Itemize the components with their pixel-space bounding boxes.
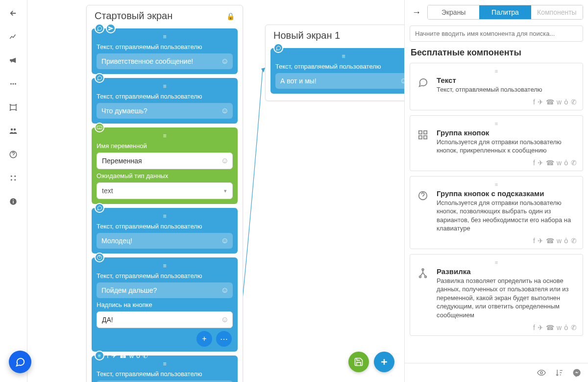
- help-badge-icon: [95, 253, 104, 262]
- svg-point-8: [14, 176, 16, 177]
- section-title: Бесплатные компоненты: [405, 48, 588, 63]
- chat-badge-icon: [95, 24, 104, 33]
- telegram-icon: ✈: [538, 237, 543, 245]
- svg-point-22: [425, 276, 427, 278]
- facebook-icon: f: [533, 159, 535, 167]
- drag-handle-icon[interactable]: ≡: [97, 261, 233, 272]
- drag-handle-icon[interactable]: ≡: [275, 52, 404, 63]
- lock-icon[interactable]: 🔒: [226, 12, 235, 20]
- drag-handle-icon[interactable]: ≡: [416, 181, 577, 187]
- panel-bottom-bar: [405, 363, 588, 382]
- palette-component[interactable]: ≡Группа кнопокИспользуется для отправки …: [410, 115, 583, 171]
- info-icon[interactable]: [9, 197, 19, 207]
- tab-components[interactable]: Компоненты: [531, 5, 583, 19]
- collapse-panel-icon[interactable]: →: [410, 5, 423, 19]
- vk-icon: w: [557, 237, 562, 245]
- social-icons: f✈☎wȯ✆: [416, 237, 577, 245]
- drag-handle-icon[interactable]: ≡: [416, 68, 577, 74]
- drag-handle-icon[interactable]: ≡: [97, 359, 233, 370]
- frame-icon[interactable]: [9, 103, 19, 113]
- drag-handle-icon[interactable]: ≡: [97, 212, 233, 223]
- screen-title: Стартовый экран: [95, 10, 172, 22]
- text-input[interactable]: [97, 233, 233, 249]
- component-block[interactable]: ≡Текст, отправляемый пользователю☺: [92, 208, 238, 254]
- button-label-input[interactable]: [97, 311, 233, 328]
- canvas-area[interactable]: Стартовый экран🔒≡Текст, отправляемый пол…: [27, 0, 404, 382]
- add-fab[interactable]: [374, 352, 394, 372]
- component-block[interactable]: ≡Текст, отправляемый пользователю☺: [92, 28, 238, 74]
- emoji-icon[interactable]: ☺: [221, 286, 229, 295]
- settings-icon[interactable]: [9, 174, 19, 183]
- svg-rect-3: [10, 105, 16, 110]
- screen-title: Новый экран 1: [273, 30, 340, 41]
- component-block[interactable]: ≡Текст, отправляемый пользователю☺: [270, 48, 404, 94]
- svg-point-10: [14, 179, 16, 180]
- component-search-input[interactable]: [410, 25, 583, 42]
- more-fab[interactable]: ⋯: [216, 331, 232, 347]
- text-input[interactable]: [97, 103, 233, 119]
- drag-handle-icon[interactable]: ≡: [416, 259, 577, 265]
- emoji-icon[interactable]: ☺: [400, 76, 404, 85]
- telegram-icon: ✈: [538, 98, 543, 106]
- screen-card[interactable]: Новый экран 1🔒≡Текст, отправляемый польз…: [265, 25, 404, 101]
- megaphone-icon[interactable]: [9, 56, 19, 66]
- component-title: Группа кнопок: [437, 128, 577, 137]
- social-icons: f✈☎wȯ✆: [416, 159, 577, 167]
- component-block[interactable]: ≡f✈☎wȯ✆≡Текст, отправляемый пользователю…: [92, 356, 238, 382]
- tab-screens[interactable]: Экраны: [428, 5, 479, 19]
- text-input[interactable]: [97, 282, 233, 298]
- palette-component[interactable]: ≡РазвилкаРазвилка позволяет определить н…: [410, 254, 583, 336]
- screen-card[interactable]: Стартовый экран🔒≡Текст, отправляемый пол…: [86, 5, 243, 382]
- drag-handle-icon[interactable]: ≡: [97, 131, 233, 142]
- palette-component[interactable]: ≡Группа кнопок с подсказкамиИспользуется…: [410, 176, 583, 249]
- emoji-icon[interactable]: ☺: [221, 57, 229, 66]
- add-button-fab[interactable]: +: [196, 331, 212, 347]
- component-block[interactable]: ≡Текст, отправляемый пользователю☺Надпис…: [92, 257, 238, 352]
- sort-icon[interactable]: [555, 368, 564, 377]
- svg-rect-17: [419, 135, 422, 138]
- back-icon[interactable]: [9, 9, 19, 19]
- users-icon[interactable]: [9, 127, 19, 136]
- comments-icon[interactable]: [9, 79, 19, 89]
- emoji-icon[interactable]: ☺: [221, 106, 229, 115]
- eye-icon[interactable]: [537, 368, 546, 377]
- palette-component[interactable]: ≡ТекстТекст, отправляемый пользователюf✈…: [410, 63, 583, 110]
- svg-point-1: [12, 83, 14, 85]
- svg-point-7: [10, 176, 12, 177]
- chat-icon: [416, 77, 430, 88]
- component-block[interactable]: ≡Текст, отправляемый пользователю☺: [92, 78, 238, 124]
- help-icon[interactable]: [9, 150, 19, 160]
- menu-icon: ≡: [95, 351, 104, 360]
- ok-icon: ȯ: [564, 324, 568, 331]
- drag-handle-icon[interactable]: ≡: [97, 82, 233, 93]
- messenger-icon[interactable]: [572, 368, 581, 377]
- svg-point-2: [15, 83, 16, 85]
- keyboard-badge-icon: [95, 123, 104, 132]
- ok-icon: ȯ: [564, 98, 568, 106]
- text-input[interactable]: [97, 53, 233, 69]
- save-fab[interactable]: [348, 352, 369, 372]
- drag-handle-icon[interactable]: ≡: [97, 32, 233, 43]
- data-type-select[interactable]: text: [97, 182, 233, 199]
- drag-handle-icon[interactable]: ≡: [416, 121, 577, 127]
- whatsapp-icon: ✆: [571, 98, 577, 106]
- whatsapp-icon: ✆: [571, 159, 577, 167]
- text-input[interactable]: [275, 73, 404, 89]
- block-label: Текст, отправляемый пользователю: [97, 223, 233, 230]
- svg-marker-12: [261, 68, 265, 73]
- svg-rect-13: [97, 126, 102, 129]
- variable-name-input[interactable]: [97, 153, 233, 169]
- chat-support-bubble[interactable]: [9, 351, 31, 373]
- component-block[interactable]: ≡Имя переменной☺Ожидаемый тип данныхtext: [92, 127, 238, 204]
- component-description: Развилка позволяет определить на основе …: [437, 277, 577, 320]
- component-description: Текст, отправляемый пользователю: [437, 85, 577, 94]
- emoji-icon[interactable]: ☺: [221, 236, 229, 245]
- tab-palette[interactable]: Палитра: [479, 5, 531, 19]
- whatsapp-icon: ✆: [571, 237, 577, 245]
- emoji-icon[interactable]: ☺: [221, 156, 229, 165]
- svg-point-9: [10, 179, 12, 180]
- chart-icon[interactable]: [9, 32, 19, 42]
- viber-icon: ☎: [546, 159, 554, 167]
- viber-icon: ☎: [546, 98, 554, 106]
- emoji-icon[interactable]: ☺: [221, 315, 229, 324]
